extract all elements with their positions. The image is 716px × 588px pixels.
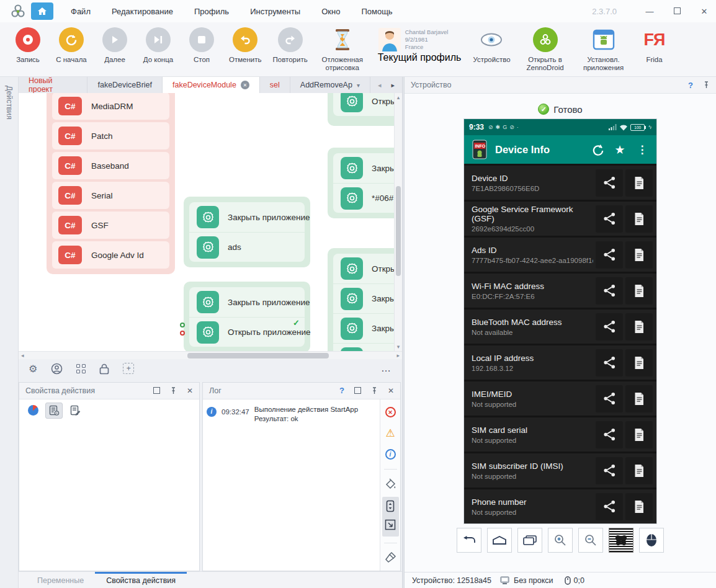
node-MediaDRM[interactable]: C#MediaDRM (52, 93, 169, 120)
log-maximize-icon[interactable] (354, 387, 361, 394)
copy-button[interactable] (625, 493, 653, 520)
undo-button[interactable]: Отменить (229, 27, 262, 64)
run-to-end-button[interactable]: До конца (142, 27, 174, 64)
device-help-icon[interactable]: ? (688, 81, 693, 90)
node-ads[interactable]: ads (189, 232, 305, 262)
bottom-tab-Переменные[interactable]: Переменные (26, 572, 95, 588)
node-Google Adv Id[interactable]: C#Google Adv Id (52, 241, 169, 269)
home-nav-button[interactable] (487, 528, 512, 553)
tab-close-icon[interactable]: ✕ (241, 81, 249, 89)
scroll-up-icon[interactable]: ▴ (395, 94, 402, 100)
chevron-down-icon[interactable]: ▾ (357, 82, 360, 89)
log-warnings-filter-icon[interactable]: ⚠ (382, 425, 399, 442)
scroll-down-icon[interactable]: ▾ (395, 344, 402, 350)
recent-apps-button[interactable] (517, 528, 542, 553)
canvas-settings-icon[interactable]: ⚙ (29, 363, 37, 375)
menu-item-Редактирование[interactable]: Редактирование (112, 7, 173, 16)
installed-apps-button[interactable]: Установл. приложения (580, 27, 627, 72)
share-button[interactable] (596, 313, 623, 341)
copy-button[interactable] (625, 313, 653, 341)
zoom-in-button[interactable] (548, 528, 573, 553)
node-Открыть[interactable]: Открыть (333, 343, 402, 351)
copy-button[interactable] (625, 421, 653, 448)
menu-item-Инструменты[interactable]: Инструменты (250, 7, 300, 16)
node-Patch[interactable]: C#Patch (52, 122, 169, 149)
tab-fakeDeviceModule[interactable]: fakeDeviceModule✕ (163, 77, 260, 93)
device-screen[interactable]: 9:33 ⊘ ✱ G ⊘ · 100 ϟ (464, 119, 656, 523)
add-region-icon[interactable]: + (123, 363, 134, 374)
current-profile-button[interactable]: Chantal Barjavel 9/2/1981 France Текущий… (378, 27, 462, 63)
tab-Новый проект[interactable]: Новый проект (19, 77, 87, 93)
tab-AddRemoveAp[interactable]: AddRemoveAp▾ (290, 77, 370, 93)
actions-side-tab[interactable]: Действия (0, 77, 19, 588)
hscroll-thumb[interactable] (187, 353, 329, 359)
step-next-button[interactable]: Далее (99, 27, 131, 64)
share-button[interactable] (596, 457, 623, 484)
deferred-render-button[interactable]: Отложенная отрисовка (319, 27, 366, 72)
share-button[interactable] (596, 205, 623, 233)
device-pin-icon[interactable] (703, 81, 710, 89)
minimize-button[interactable]: — (644, 7, 655, 16)
close-button[interactable]: ✕ (699, 7, 710, 16)
tab-scroll-right-icon[interactable]: ▸ (391, 81, 395, 89)
profile-pie-icon[interactable] (24, 403, 42, 419)
flow-canvas[interactable]: C#MediaDRMC#PatchC#BasebandC#SerialC#GSF… (19, 93, 402, 351)
overflow-menu-icon[interactable]: ⋮ (634, 143, 650, 156)
share-button[interactable] (596, 421, 623, 448)
share-button[interactable] (596, 385, 623, 412)
copy-button[interactable] (625, 457, 653, 484)
stop-button[interactable]: Стоп (186, 27, 218, 64)
node-Serial[interactable]: C#Serial (52, 182, 169, 209)
tab-scroll-left-icon[interactable]: ◂ (378, 81, 382, 89)
copy-button[interactable] (625, 205, 653, 233)
node-*#06#[interactable]: *#06# (333, 183, 402, 213)
menu-item-Файл[interactable]: Файл (71, 7, 91, 16)
device-view-button[interactable]: Устройство (473, 27, 510, 64)
copy-button[interactable] (625, 169, 653, 197)
favorite-icon[interactable]: ★ (612, 143, 628, 157)
share-button[interactable] (596, 349, 623, 376)
log-autoscroll-icon[interactable] (382, 498, 399, 514)
log-help-icon[interactable]: ? (339, 386, 344, 395)
canvas-hscrollbar[interactable]: ◂ ▸ (19, 351, 402, 359)
properties-maximize-icon[interactable] (153, 387, 160, 394)
maximize-button[interactable] (671, 7, 682, 16)
back-button[interactable] (457, 528, 481, 553)
butterfly-mode-button[interactable] (609, 528, 633, 553)
tab-sel[interactable]: sel (260, 77, 290, 93)
log-pin-icon[interactable] (371, 387, 378, 394)
log-clear-icon[interactable] (382, 550, 399, 566)
node-Закрыть[interactable]: Закрыть (333, 313, 402, 343)
copy-button[interactable] (625, 277, 653, 305)
port-fail[interactable] (180, 331, 185, 336)
node-GSF[interactable]: C#GSF (52, 212, 169, 239)
properties-pin-icon[interactable] (170, 387, 177, 394)
menu-item-Профиль[interactable]: Профиль (194, 7, 229, 16)
node-Открыть приложение[interactable]: Открыть приложение✓ (189, 317, 305, 347)
record-button[interactable]: Запись (12, 27, 44, 64)
copy-button[interactable] (625, 385, 653, 412)
action-edit-icon[interactable] (66, 403, 84, 419)
vscroll-thumb[interactable] (396, 186, 401, 276)
redo-button[interactable]: Повторить (273, 27, 308, 64)
share-button[interactable] (596, 241, 623, 269)
scroll-left-icon[interactable]: ◂ (21, 352, 24, 359)
node-Открыть[interactable]: Открыть (333, 254, 402, 283)
grid-view-icon[interactable] (76, 364, 86, 373)
log-errors-filter-icon[interactable]: ✕ (382, 404, 399, 421)
lock-icon[interactable] (99, 363, 109, 375)
mouse-mode-button[interactable] (639, 528, 664, 553)
node-Закрыть[interactable]: Закрыть (333, 153, 402, 183)
properties-close-icon[interactable]: ✕ (187, 386, 193, 395)
menu-item-Помощь[interactable]: Помощь (361, 7, 392, 16)
more-tools-icon[interactable]: … (381, 363, 392, 374)
action-settings-icon[interactable] (45, 403, 63, 419)
copy-button[interactable] (625, 241, 653, 269)
restart-button[interactable]: С начала (55, 27, 87, 64)
log-info-filter-icon[interactable]: i (382, 447, 399, 463)
open-in-zennodroid-button[interactable]: Открыть в ZennoDroid (522, 27, 569, 72)
node-Закрыть приложение[interactable]: Закрыть приложение (189, 202, 305, 232)
node-Закрыть[interactable]: Закрыть (333, 283, 402, 313)
port-success[interactable] (180, 323, 185, 327)
share-button[interactable] (596, 277, 623, 305)
